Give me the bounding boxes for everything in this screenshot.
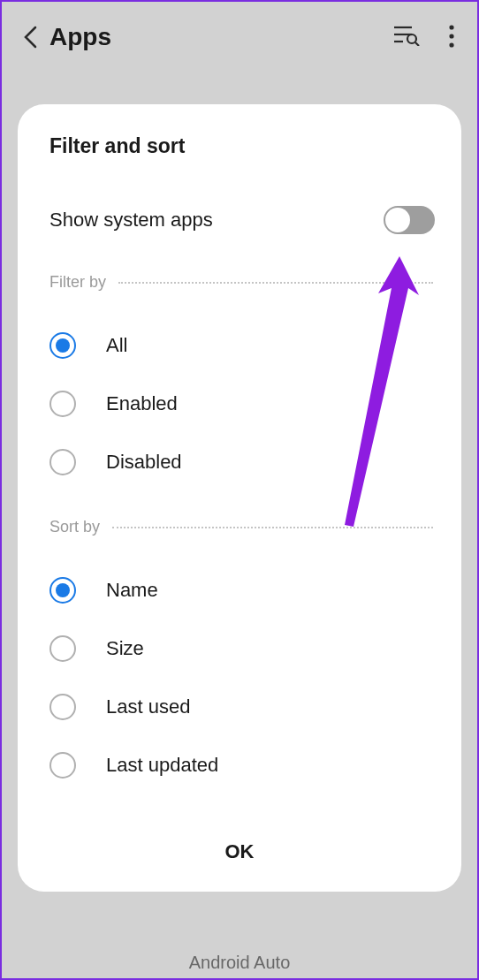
sort-section-header: Sort by [18, 518, 461, 536]
dialog-title: Filter and sort [18, 134, 461, 158]
radio-label: All [106, 334, 127, 357]
search-list-icon[interactable] [394, 25, 419, 49]
radio-label: Last used [106, 695, 190, 718]
filter-option-disabled[interactable]: Disabled [18, 433, 461, 491]
sort-option-size[interactable]: Size [18, 619, 461, 678]
show-system-apps-row[interactable]: Show system apps [18, 206, 461, 234]
filter-option-all[interactable]: All [18, 316, 461, 375]
more-icon[interactable] [449, 25, 458, 49]
sort-option-last-used[interactable]: Last used [18, 678, 461, 736]
ok-button[interactable]: OK [18, 821, 461, 870]
filter-label: Filter by [49, 273, 106, 292]
svg-line-4 [415, 42, 419, 46]
radio-label: Last updated [106, 754, 218, 777]
svg-point-6 [449, 34, 453, 38]
filter-option-enabled[interactable]: Enabled [18, 375, 461, 433]
background-app-name: Android Auto [189, 953, 291, 973]
header: Apps [2, 2, 477, 72]
sort-group: Name Size Last used Last updated [18, 561, 461, 794]
filter-section-header: Filter by [18, 273, 461, 292]
show-system-apps-toggle[interactable] [384, 206, 435, 234]
radio-icon [49, 577, 76, 604]
back-icon[interactable] [21, 28, 39, 46]
toggle-label: Show system apps [49, 209, 213, 232]
radio-icon [49, 694, 76, 720]
sort-label: Sort by [49, 518, 100, 536]
toggle-knob [385, 208, 410, 232]
filter-sort-dialog: Filter and sort Show system apps Filter … [18, 104, 461, 892]
radio-label: Disabled [106, 451, 182, 474]
radio-icon [49, 391, 76, 417]
radio-icon [49, 332, 76, 359]
divider [112, 527, 433, 528]
sort-option-last-updated[interactable]: Last updated [18, 736, 461, 794]
radio-icon [49, 449, 76, 475]
radio-label: Name [106, 579, 158, 602]
radio-label: Size [106, 637, 144, 660]
filter-group: All Enabled Disabled [18, 316, 461, 491]
svg-point-5 [449, 25, 453, 29]
sort-option-name[interactable]: Name [18, 561, 461, 619]
radio-icon [49, 752, 76, 779]
radio-icon [49, 635, 76, 662]
divider [118, 282, 433, 284]
svg-point-3 [407, 34, 416, 43]
page-title: Apps [49, 23, 384, 51]
svg-point-7 [449, 42, 453, 47]
radio-label: Enabled [106, 392, 178, 415]
